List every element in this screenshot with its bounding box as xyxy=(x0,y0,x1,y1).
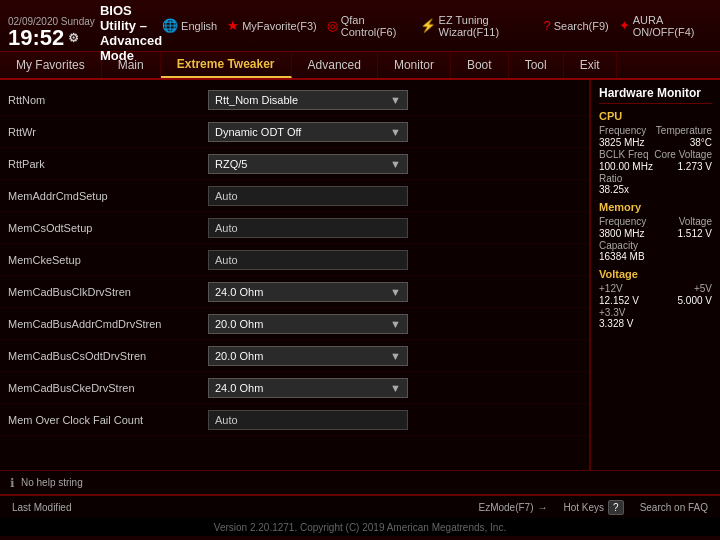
ratio-label: Ratio xyxy=(599,173,712,184)
cpu-freq-val-row: 3825 MHz 38°C xyxy=(599,137,712,148)
mem-freq-row-val: 3800 MHz 1.512 V xyxy=(599,228,712,239)
ez-wizard-btn[interactable]: ⚡ EZ Tuning Wizard(F11) xyxy=(420,14,534,38)
hot-keys-item[interactable]: Hot Keys ? xyxy=(563,500,623,515)
hw-monitor-panel: Hardware Monitor CPU Frequency Temperatu… xyxy=(590,80,720,470)
voltage-section-title: Voltage xyxy=(599,268,712,280)
dropdown-arrow: ▼ xyxy=(390,318,401,330)
dropdown-arrow: ▼ xyxy=(390,382,401,394)
language-btn[interactable]: 🌐 English xyxy=(162,18,217,33)
mem-freq-value: 3800 MHz xyxy=(599,228,645,239)
static-memaddrcmd: Auto xyxy=(208,186,408,206)
cpu-freq-label: Frequency xyxy=(599,125,646,136)
label-memoclk: Mem Over Clock Fail Count xyxy=(8,414,208,426)
hot-keys-key: ? xyxy=(608,500,624,515)
value-rttwr: Dynamic ODT Off ▼ xyxy=(208,122,581,142)
aura-btn[interactable]: ✦ AURA ON/OFF(F4) xyxy=(619,14,712,38)
select-rttpark[interactable]: RZQ/5 ▼ xyxy=(208,154,408,174)
value-rttnom: Rtt_Nom Disable ▼ xyxy=(208,90,581,110)
v12-row-label: +12V +5V xyxy=(599,283,712,294)
static-memcke: Auto xyxy=(208,250,408,270)
label-cadbuscke: MemCadBusCkeDrvStren xyxy=(8,382,208,394)
v5-value: 5.000 V xyxy=(678,295,712,306)
dropdown-arrow: ▼ xyxy=(390,158,401,170)
select-cadbusaddr[interactable]: 20.0 Ohm ▼ xyxy=(208,314,408,334)
value-cadbusaddr: 20.0 Ohm ▼ xyxy=(208,314,581,334)
setting-row-rttpark: RttPark RZQ/5 ▼ xyxy=(0,148,589,180)
nav-exit[interactable]: Exit xyxy=(564,52,617,78)
label-cadbusaddr: MemCadBusAddrCmdDrvStren xyxy=(8,318,208,330)
ez-mode-item[interactable]: EzMode(F7) → xyxy=(478,502,547,513)
select-cadbuscsodt[interactable]: 20.0 Ohm ▼ xyxy=(208,346,408,366)
select-cadbusclk[interactable]: 24.0 Ohm ▼ xyxy=(208,282,408,302)
setting-row-memaddrcmd: MemAddrCmdSetup Auto xyxy=(0,180,589,212)
corevolt-value: 1.273 V xyxy=(678,161,712,172)
value-cadbuscke: 24.0 Ohm ▼ xyxy=(208,378,581,398)
v12-row-val: 12.152 V 5.000 V xyxy=(599,295,712,306)
label-memcsodt: MemCsOdtSetup xyxy=(8,222,208,234)
footer: Last Modified EzMode(F7) → Hot Keys ? Se… xyxy=(0,494,720,518)
nav-advanced[interactable]: Advanced xyxy=(292,52,378,78)
corevolt-label: Core Voltage xyxy=(654,149,712,160)
mem-volt-label: Voltage xyxy=(679,216,712,227)
settings-panel: RttNom Rtt_Nom Disable ▼ RttWr Dynamic O… xyxy=(0,80,590,470)
setting-row-memcsodt: MemCsOdtSetup Auto xyxy=(0,212,589,244)
nav-extreme-tweaker[interactable]: Extreme Tweaker xyxy=(161,52,292,78)
gear-icon[interactable]: ⚙ xyxy=(68,32,79,44)
value-memcke: Auto xyxy=(208,250,581,270)
nav-tool[interactable]: Tool xyxy=(509,52,564,78)
bclk-value: 100.00 MHz xyxy=(599,161,653,172)
setting-row-rttnom: RttNom Rtt_Nom Disable ▼ xyxy=(0,84,589,116)
nav-boot[interactable]: Boot xyxy=(451,52,509,78)
label-rttpark: RttPark xyxy=(8,158,208,170)
cpu-freq-value: 3825 MHz xyxy=(599,137,645,148)
mem-freq-label: Frequency xyxy=(599,216,646,227)
mem-freq-row-label: Frequency Voltage xyxy=(599,216,712,227)
search-icon: ? xyxy=(543,18,550,33)
hw-monitor-title: Hardware Monitor xyxy=(599,86,712,104)
value-memaddrcmd: Auto xyxy=(208,186,581,206)
copyright-bar: Version 2.20.1271. Copyright (C) 2019 Am… xyxy=(0,518,720,536)
nav-monitor[interactable]: Monitor xyxy=(378,52,451,78)
star-icon: ★ xyxy=(227,18,239,33)
favorites-btn[interactable]: ★ MyFavorite(F3) xyxy=(227,18,317,33)
static-memoclk: Auto xyxy=(208,410,408,430)
bclk-row-val: 100.00 MHz 1.273 V xyxy=(599,161,712,172)
select-rttwr[interactable]: Dynamic ODT Off ▼ xyxy=(208,122,408,142)
select-rttnom[interactable]: Rtt_Nom Disable ▼ xyxy=(208,90,408,110)
status-bar: ℹ No help string xyxy=(0,470,720,494)
footer-right: EzMode(F7) → Hot Keys ? Search on FAQ xyxy=(478,500,708,515)
v33-value: 3.328 V xyxy=(599,318,712,329)
setting-row-rttwr: RttWr Dynamic ODT Off ▼ xyxy=(0,116,589,148)
top-bar-icons: 🌐 English ★ MyFavorite(F3) ◎ Qfan Contro… xyxy=(162,14,712,38)
value-cadbuscsodt: 20.0 Ohm ▼ xyxy=(208,346,581,366)
dropdown-arrow: ▼ xyxy=(390,350,401,362)
bclk-row-label: BCLK Freq Core Voltage xyxy=(599,149,712,160)
value-rttpark: RZQ/5 ▼ xyxy=(208,154,581,174)
search-faq-item[interactable]: Search on FAQ xyxy=(640,502,708,513)
value-cadbusclk: 24.0 Ohm ▼ xyxy=(208,282,581,302)
cpu-freq-row: Frequency Temperature xyxy=(599,125,712,136)
main-area: RttNom Rtt_Nom Disable ▼ RttWr Dynamic O… xyxy=(0,80,720,470)
mem-cap-value: 16384 MB xyxy=(599,251,712,262)
bios-title: UEFI BIOS Utility – Advanced Mode xyxy=(100,0,162,63)
select-cadbuscke[interactable]: 24.0 Ohm ▼ xyxy=(208,378,408,398)
time-display: 19:52 ⚙ xyxy=(8,27,95,49)
value-memcsodt: Auto xyxy=(208,218,581,238)
datetime-area: 02/09/2020 Sunday 19:52 ⚙ xyxy=(8,16,95,49)
search-btn[interactable]: ? Search(F9) xyxy=(543,18,608,33)
aura-icon: ✦ xyxy=(619,18,630,33)
setting-row-memoclk: Mem Over Clock Fail Count Auto xyxy=(0,404,589,436)
language-icon: 🌐 xyxy=(162,18,178,33)
label-cadbusclk: MemCadBusClkDrvStren xyxy=(8,286,208,298)
setting-row-cadbuscsodt: MemCadBusCsOdtDrvStren 20.0 Ohm ▼ xyxy=(0,340,589,372)
nav-my-favorites[interactable]: My Favorites xyxy=(0,52,102,78)
dropdown-arrow: ▼ xyxy=(390,94,401,106)
ratio-value: 38.25x xyxy=(599,184,712,195)
mem-cap-label: Capacity xyxy=(599,240,712,251)
qfan-btn[interactable]: ◎ Qfan Control(F6) xyxy=(327,14,410,38)
fan-icon: ◎ xyxy=(327,18,338,33)
setting-row-cadbuscke: MemCadBusCkeDrvStren 24.0 Ohm ▼ xyxy=(0,372,589,404)
bclk-label: BCLK Freq xyxy=(599,149,648,160)
setting-row-cadbusaddr: MemCadBusAddrCmdDrvStren 20.0 Ohm ▼ xyxy=(0,308,589,340)
top-bar: 02/09/2020 Sunday 19:52 ⚙ UEFI BIOS Util… xyxy=(0,0,720,52)
